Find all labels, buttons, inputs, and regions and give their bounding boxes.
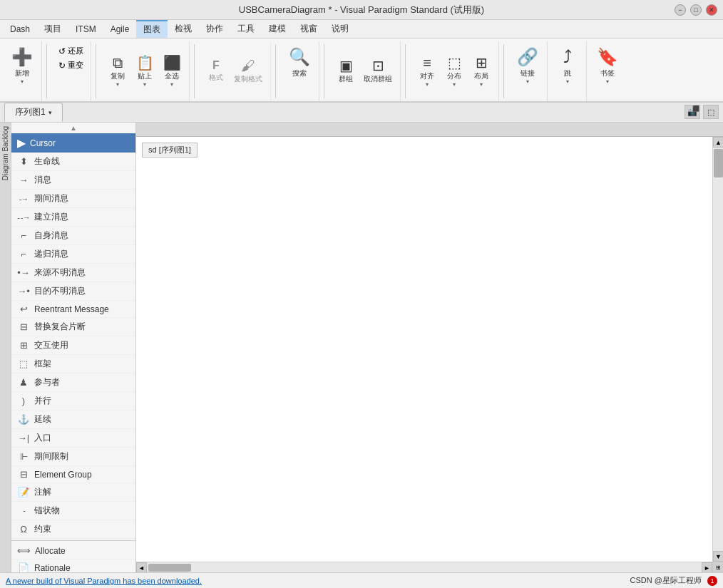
copy-format-icon: 🖌 [241, 58, 255, 73]
duration-constraint-icon: ⊩ [17, 451, 30, 462]
sidebar-item-continuation[interactable]: ⚓ 延续 [11, 411, 135, 429]
statusbar-download-link[interactable]: A newer build of Visual Paradigm has bee… [6, 577, 202, 585]
message-icon: → [17, 175, 30, 185]
sidebar-item-interaction-use[interactable]: ⊞ 交互使用 [11, 336, 135, 355]
new-button[interactable]: ➕ 新增 ▾ [7, 44, 37, 88]
search-button[interactable]: 🔍 搜索 [284, 44, 314, 81]
sidebar-item-unknown-dest[interactable]: →• 目的不明消息 [11, 282, 135, 301]
menu-collaborate[interactable]: 协作 [199, 20, 230, 38]
menu-diagram[interactable]: 图表 [136, 20, 168, 38]
menu-window[interactable]: 视窗 [293, 20, 324, 38]
undo-button[interactable]: ↺ 还原 [56, 44, 86, 58]
vscroll-thumb[interactable] [714, 149, 723, 177]
divider-1 [46, 44, 47, 98]
menu-itsm[interactable]: ITSM [68, 20, 103, 38]
format-button: F 格式 [203, 58, 229, 85]
sidebar-item-constraint[interactable]: Ω 约束 [11, 520, 135, 539]
menu-dash[interactable]: Dash [3, 20, 37, 38]
jump-icon: ⤴ [563, 47, 572, 67]
tab-chevron-icon: ▾ [48, 109, 52, 116]
vscroll-up-button[interactable]: ▲ [713, 137, 723, 148]
tab-sequence-diagram[interactable]: 序列图1 ▾ [4, 103, 63, 122]
new-icon: ➕ [11, 47, 33, 67]
sidebar-item-parallel[interactable]: ) 并行 [11, 392, 135, 411]
lifeline-label: 生命线 [34, 155, 60, 167]
diagram-area[interactable]: sd [序列图1] ▲ ▼ ◄ ► ⊞ [136, 123, 723, 572]
jump-button[interactable]: ⤴ 跳 ▾ [553, 44, 582, 88]
sidebar-separator [11, 540, 135, 541]
hscroll-track[interactable] [147, 562, 702, 572]
sidebar-item-rationale[interactable]: 📄 Rationale [11, 559, 135, 572]
vtab-diagram-backlog[interactable]: Diagram Backlog [0, 123, 11, 183]
element-group-label: Element Group [34, 470, 92, 480]
layout-button[interactable]: ⊞ 布局 ▾ [468, 53, 494, 90]
jump-arrow-icon: ▾ [566, 78, 569, 85]
distribute-button[interactable]: ⬚ 分布 ▾ [441, 53, 467, 90]
sidebar-item-participant[interactable]: ♟ 参与者 [11, 373, 135, 392]
self-message-label: 自身消息 [34, 229, 68, 242]
sidebar-scroll-up[interactable]: ▲ [11, 123, 135, 133]
select-all-button[interactable]: ⬛ 全选 ▾ [159, 53, 185, 90]
sidebar-item-note[interactable]: 📝 注解 [11, 483, 135, 502]
sidebar-item-alt-fragment[interactable]: ⊟ 替换复合片断 [11, 318, 135, 336]
toolbar-group-bookmark: 🔖 书签 ▾ [588, 41, 627, 101]
allocate-label: Allocate [35, 546, 66, 556]
left-vtabs: Diagram Backlog [0, 123, 11, 572]
align-button[interactable]: ≡ 对齐 ▾ [414, 53, 440, 90]
paste-button[interactable]: 📋 贴上 ▾ [132, 53, 158, 90]
group-button[interactable]: ▣ 群组 [333, 56, 359, 86]
close-button[interactable]: ✕ [706, 4, 717, 16]
divider-4 [275, 44, 276, 98]
menu-project[interactable]: 项目 [37, 20, 68, 38]
copy-button[interactable]: ⧉ 复制 ▾ [105, 53, 130, 90]
sidebar-item-lifeline[interactable]: ⬍ 生命线 [11, 153, 135, 171]
vscroll-track[interactable] [713, 148, 723, 551]
ungroup-label: 取消群组 [364, 74, 392, 84]
sidebar-item-unknown-source[interactable]: •→ 来源不明消息 [11, 264, 135, 282]
sidebar-item-anchor[interactable]: ···· 锚状物 [11, 502, 135, 520]
bookmark-label: 书签 [600, 68, 615, 78]
tab-label: 序列图1 [15, 106, 46, 118]
diagram-panel-button[interactable]: ⬚ [703, 105, 719, 119]
copy-format-label: 复制格式 [234, 74, 262, 84]
maximize-button[interactable]: □ [690, 4, 702, 16]
menu-tools[interactable]: 工具 [230, 20, 262, 38]
menu-agile[interactable]: Agile [103, 20, 137, 38]
sidebar-item-frame[interactable]: ⬚ 框架 [11, 355, 135, 373]
toolbar-group-undoredo: ↺ 还原 ↻ 重变 [51, 41, 91, 101]
link-button[interactable]: 🔗 链接 ▾ [513, 44, 543, 88]
hscroll-thumb[interactable] [148, 564, 191, 572]
lifeline-icon: ⬍ [17, 156, 30, 167]
layout-arrow-icon: ▾ [480, 81, 483, 88]
note-label: 注解 [34, 486, 51, 498]
sidebar-item-message[interactable]: → 消息 [11, 171, 135, 190]
sidebar-item-allocate[interactable]: ⟺ Allocate [11, 542, 135, 559]
redo-button[interactable]: ↻ 重变 [56, 58, 86, 72]
hscroll-left-button[interactable]: ◄ [136, 562, 147, 572]
sidebar-item-recursive-message[interactable]: ⌐ 递归消息 [11, 245, 135, 264]
sidebar-item-element-group[interactable]: ⊟ Element Group [11, 466, 135, 483]
sidebar-item-duration-constraint[interactable]: ⊩ 期间限制 [11, 448, 135, 466]
hscroll-right-button[interactable]: ► [702, 562, 712, 572]
diagram-frame-label: sd [序列图1] [142, 143, 198, 158]
bookmark-button[interactable]: 🔖 书签 ▾ [593, 44, 622, 88]
vscroll-down-button[interactable]: ▼ [713, 551, 723, 562]
sidebar-item-reentrant[interactable]: ↩ Reentrant Message [11, 301, 135, 318]
minimize-button[interactable]: − [675, 4, 686, 16]
menu-help[interactable]: 说明 [324, 20, 356, 38]
sidebar-item-entry[interactable]: →| 入口 [11, 429, 135, 448]
sidebar-item-self-message[interactable]: ⌐ 自身消息 [11, 227, 135, 245]
sidebar-item-duration-message[interactable]: -→ 期间消息 [11, 190, 135, 208]
menu-model[interactable]: 建模 [262, 20, 293, 38]
self-message-icon: ⌐ [17, 230, 30, 241]
sidebar-item-create-message[interactable]: - -→ 建立消息 [11, 208, 135, 227]
panel-icon: ⬚ [707, 108, 714, 117]
ungroup-button[interactable]: ⊡ 取消群组 [360, 56, 396, 86]
menu-inspect[interactable]: 检视 [168, 20, 199, 38]
toolbar-group-search: 🔍 搜索 [280, 41, 319, 101]
sidebar-cursor-item[interactable]: ▶ Cursor [11, 133, 135, 153]
diagram-canvas[interactable]: sd [序列图1] [136, 137, 712, 562]
diagram-overview-button[interactable]: 📷 ⬛ [684, 105, 700, 119]
create-message-label: 建立消息 [34, 211, 68, 223]
overview-badge: ⬛ [692, 105, 699, 112]
